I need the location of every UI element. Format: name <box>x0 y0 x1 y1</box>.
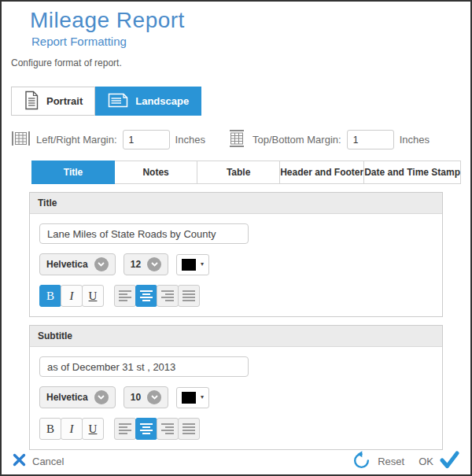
title-text-input[interactable] <box>39 223 249 244</box>
portrait-page-icon <box>24 90 39 113</box>
landscape-label: Landscape <box>135 95 189 107</box>
ok-check-icon <box>440 451 459 471</box>
subtitle-font-size-value: 10 <box>131 392 141 403</box>
subtitle-align-justify-button[interactable] <box>178 418 200 440</box>
align-right-icon <box>161 423 174 434</box>
title-font-color-picker[interactable]: ▾ <box>176 254 209 275</box>
top-bottom-margin-label: Top/Bottom Margin: <box>253 134 341 146</box>
align-right-icon <box>161 290 174 301</box>
title-font-size-dropdown[interactable]: 12 <box>124 253 168 275</box>
title-align-group <box>114 285 200 307</box>
subtitle-underline-button[interactable]: U <box>82 418 104 440</box>
cancel-label: Cancel <box>32 456 64 467</box>
landscape-page-icon <box>108 92 128 111</box>
left-right-margin-label: Left/Right Margin: <box>36 134 117 146</box>
orientation-toggle: Portrait Landscape <box>11 87 470 116</box>
align-left-icon <box>119 423 131 434</box>
tab-header-and-footer[interactable]: Header and Footer <box>279 161 364 184</box>
subtitle-text-input[interactable] <box>39 356 249 377</box>
title-panel-heading: Title <box>30 193 442 214</box>
subtitle-align-group <box>114 418 200 440</box>
tab-notes[interactable]: Notes <box>114 161 197 184</box>
chevron-down-icon <box>94 257 109 271</box>
title-bold-button[interactable]: B <box>39 285 61 307</box>
title-align-justify-button[interactable] <box>178 285 200 307</box>
subtitle-align-center-button[interactable] <box>135 418 157 440</box>
title-align-left-button[interactable] <box>114 285 136 307</box>
tab-title[interactable]: Title <box>31 161 115 184</box>
subtitle-font-size-dropdown[interactable]: 10 <box>124 386 168 408</box>
subtitle-panel: Subtitle Helvetica 10 ▾ B <box>29 325 443 450</box>
reset-icon <box>352 450 371 472</box>
chevron-down-icon <box>147 257 161 271</box>
top-bottom-margin-unit: Inches <box>400 134 430 146</box>
align-justify-icon <box>183 423 195 434</box>
chevron-down-icon <box>94 390 109 404</box>
top-bottom-margin-group: Top/Bottom Margin: Inches <box>227 129 430 150</box>
chevron-down-icon <box>147 390 161 404</box>
format-tabbar: Title Notes Table Header and Footer Date… <box>31 161 461 184</box>
cancel-x-icon <box>13 453 26 469</box>
color-swatch <box>182 392 196 404</box>
color-caret-icon: ▾ <box>201 261 204 268</box>
reset-button[interactable]: Reset <box>352 450 404 472</box>
subtitle-font-color-picker[interactable]: ▾ <box>176 387 209 408</box>
left-right-margin-group: Left/Right Margin: Inches <box>11 129 205 150</box>
color-swatch <box>182 259 196 271</box>
color-caret-icon: ▾ <box>201 394 204 400</box>
title-font-size-value: 12 <box>131 259 141 270</box>
dialog-footer: Cancel Reset OK <box>2 450 470 476</box>
align-center-icon <box>140 290 153 301</box>
cancel-button[interactable]: Cancel <box>13 453 64 469</box>
reset-label: Reset <box>378 456 404 467</box>
align-justify-icon <box>183 290 195 301</box>
title-font-family-value: Helvetica <box>46 259 88 270</box>
report-formatting-dialog: Mileage Report Report Formatting Configu… <box>0 0 472 476</box>
title-italic-button[interactable]: I <box>61 285 83 307</box>
landscape-button[interactable]: Landscape <box>95 87 201 116</box>
ok-button[interactable]: OK <box>412 451 459 471</box>
margin-settings: Left/Right Margin: Inches Top/Bottom Mar… <box>11 129 470 150</box>
page-title: Mileage Report <box>30 8 470 33</box>
title-style-group: B I U <box>39 285 104 307</box>
title-align-right-button[interactable] <box>157 285 179 307</box>
left-right-margin-unit: Inches <box>175 134 205 146</box>
align-center-icon <box>140 423 153 434</box>
lr-margin-grid-icon <box>11 129 31 150</box>
ok-label: OK <box>419 456 433 467</box>
subtitle-font-family-dropdown[interactable]: Helvetica <box>39 386 116 408</box>
subtitle-align-left-button[interactable] <box>114 418 136 440</box>
title-font-family-dropdown[interactable]: Helvetica <box>39 253 116 275</box>
align-left-icon <box>119 290 131 301</box>
subtitle-panel-heading: Subtitle <box>30 326 442 347</box>
tb-margin-grid-icon <box>227 129 247 150</box>
portrait-label: Portrait <box>46 95 83 107</box>
left-right-margin-input[interactable] <box>123 130 170 149</box>
page-subtitle: Report Formatting <box>31 35 470 48</box>
title-panel: Title Helvetica 12 ▾ B <box>29 192 443 317</box>
page-description: Configure format of report. <box>11 57 470 68</box>
tab-table[interactable]: Table <box>197 161 280 184</box>
tab-date-and-time-stamp[interactable]: Date and Time Stamp <box>363 161 461 184</box>
subtitle-style-group: B I U <box>39 418 104 440</box>
subtitle-italic-button[interactable]: I <box>61 418 83 440</box>
title-underline-button[interactable]: U <box>82 285 104 307</box>
subtitle-font-family-value: Helvetica <box>46 392 88 403</box>
subtitle-align-right-button[interactable] <box>157 418 179 440</box>
portrait-button[interactable]: Portrait <box>11 87 95 116</box>
title-align-center-button[interactable] <box>135 285 157 307</box>
subtitle-bold-button[interactable]: B <box>39 418 61 440</box>
top-bottom-margin-input[interactable] <box>347 130 394 149</box>
